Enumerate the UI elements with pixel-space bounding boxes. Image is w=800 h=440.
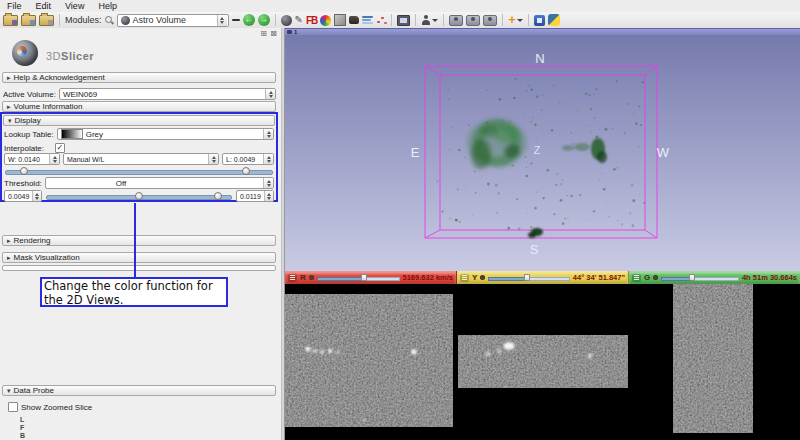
- level-spinbox[interactable]: L: 0.0049: [222, 153, 274, 165]
- yellow-slice-controller[interactable]: Y 44° 34' 51.847": [457, 271, 629, 284]
- screenshot-icon[interactable]: [397, 15, 410, 26]
- section-display[interactable]: Display: [3, 115, 275, 126]
- annotation-line1: Change the color function for: [44, 279, 224, 293]
- spinbox-arrows-icon: [263, 154, 273, 164]
- section-help-acknowledgement[interactable]: Help & Acknowledgement: [2, 72, 276, 83]
- threshold-range-slider[interactable]: [45, 192, 233, 201]
- section-label: Rendering: [14, 236, 51, 245]
- menu-view[interactable]: View: [58, 1, 91, 11]
- python-console-icon[interactable]: [548, 14, 560, 26]
- slice-view-letter: R: [300, 273, 306, 282]
- slice-menu-icon[interactable]: [288, 274, 297, 282]
- threshold-mode-value: Off: [116, 179, 127, 188]
- orientation-label-s: S: [530, 242, 539, 257]
- load-data-button[interactable]: [21, 15, 36, 26]
- combo-arrows-icon: [263, 178, 273, 188]
- volume-cube-icon[interactable]: [334, 14, 346, 26]
- orientation-label-z: Z: [534, 144, 541, 156]
- slice-offset-slider[interactable]: [488, 274, 570, 282]
- section-mask-visualization[interactable]: Mask Visualization: [2, 252, 276, 263]
- view3d-pin-icon[interactable]: [287, 30, 292, 34]
- threshold-max-value: 0.0119: [240, 193, 261, 200]
- slider-handle-max[interactable]: [214, 192, 222, 200]
- annotation-pointer-line: [134, 203, 136, 277]
- interpolate-checkbox[interactable]: [55, 143, 65, 153]
- section-label: Mask Visualization: [14, 253, 80, 262]
- slice-pin-icon[interactable]: [309, 275, 314, 280]
- markup-points-icon[interactable]: [376, 16, 386, 25]
- active-volume-value: WEIN069: [63, 90, 97, 99]
- panel-popup-icon[interactable]: ⊞: [260, 30, 267, 38]
- module-selector-value: Astro Volume: [133, 15, 187, 25]
- slice-offset-slider[interactable]: [661, 274, 739, 282]
- slice-menu-icon[interactable]: [460, 274, 469, 282]
- section-rendering[interactable]: Rendering: [2, 235, 276, 246]
- capture-view-icon-1[interactable]: [449, 15, 463, 26]
- extensions-manager-icon[interactable]: [534, 15, 545, 26]
- module-back-button[interactable]: ←: [243, 14, 255, 26]
- window-level-range-slider[interactable]: [4, 167, 274, 176]
- annotation-line2: the 2D Views.: [44, 293, 224, 307]
- toolbar-separator: [59, 14, 60, 26]
- fb-module-icon[interactable]: FB: [306, 15, 317, 26]
- threshold-label: Threshold:: [4, 179, 42, 188]
- slice-offset-slider[interactable]: [317, 274, 400, 282]
- astro-sphere-icon[interactable]: [281, 15, 292, 26]
- threshold-min-spinbox[interactable]: 0.0049: [4, 190, 42, 202]
- section-data-probe[interactable]: Data Probe: [2, 385, 276, 396]
- module-search-icon[interactable]: [105, 16, 114, 25]
- slice-pin-icon[interactable]: [653, 275, 658, 280]
- threshold-max-spinbox[interactable]: 0.0119: [236, 190, 274, 202]
- yellow-slice-image[interactable]: [458, 335, 628, 388]
- window-spinbox[interactable]: W: 0.0140: [4, 153, 60, 165]
- layers-icon[interactable]: [362, 15, 373, 25]
- module-panel: ⊞ ⊠ 3DSlicer Help & Acknowledgement Acti…: [0, 28, 281, 440]
- section-label: Display: [15, 116, 41, 125]
- lookup-table-selector[interactable]: Grey: [57, 128, 274, 140]
- threshold-mode-selector[interactable]: Off: [45, 177, 274, 189]
- slider-handle[interactable]: [689, 274, 695, 281]
- slice-pin-icon[interactable]: [480, 275, 485, 280]
- expand-arrow-icon: [8, 116, 12, 125]
- menu-file[interactable]: File: [0, 1, 29, 11]
- slider-handle-min[interactable]: [135, 192, 143, 200]
- annotate-pencil-icon[interactable]: ✎: [295, 15, 303, 25]
- menu-help[interactable]: Help: [91, 1, 124, 11]
- module-selector[interactable]: Astro Volume: [117, 14, 229, 27]
- add-plus-button[interactable]: +: [508, 14, 523, 26]
- colors-pinwheel-icon[interactable]: [320, 15, 331, 26]
- show-zoomed-slice-checkbox[interactable]: [8, 402, 18, 412]
- lookup-table-label: Lookup Table:: [4, 130, 54, 139]
- red-slice-image[interactable]: [285, 294, 453, 427]
- green-slice-controller[interactable]: G 4h 51m 30.664s: [629, 271, 800, 284]
- menu-edit[interactable]: Edit: [29, 1, 59, 11]
- wl-mode-selector[interactable]: Manual W/L: [63, 153, 219, 165]
- active-volume-selector[interactable]: WEIN069: [59, 88, 276, 100]
- green-slice-image[interactable]: [673, 284, 753, 433]
- collapse-arrow-icon: [7, 73, 11, 82]
- view3d-render-area[interactable]: N E Z W S: [285, 35, 800, 271]
- view3d-controller-bar[interactable]: 1: [285, 28, 800, 35]
- module-history-button[interactable]: [232, 19, 240, 21]
- slicer-logo-text: 3DSlicer: [46, 50, 94, 62]
- slice-menu-icon[interactable]: [632, 274, 641, 282]
- section-volume-information[interactable]: Volume Information: [2, 101, 276, 112]
- red-slice-controller[interactable]: R 5169.632 km/s: [285, 271, 457, 284]
- slice-offset-value: 44° 34' 51.847": [573, 273, 625, 282]
- toolbar-separator: [415, 14, 416, 26]
- capture-view-icon-3[interactable]: [483, 15, 497, 26]
- save-button[interactable]: [39, 15, 54, 26]
- user-account-button[interactable]: [421, 15, 438, 26]
- combo-arrows-icon: [208, 154, 218, 164]
- slider-handle[interactable]: [524, 274, 530, 281]
- slider-handle[interactable]: [361, 274, 367, 281]
- module-forward-button[interactable]: →: [258, 14, 270, 26]
- crop-wedge-icon[interactable]: [349, 16, 359, 24]
- expand-arrow-icon: [7, 386, 11, 395]
- slice-image-views[interactable]: [285, 284, 800, 440]
- load-dicom-button[interactable]: [3, 15, 18, 26]
- slider-handle-max[interactable]: [242, 167, 250, 175]
- capture-view-icon-2[interactable]: [466, 15, 480, 26]
- panel-close-icon[interactable]: ⊠: [270, 30, 277, 38]
- wl-mode-value: Manual W/L: [67, 156, 104, 163]
